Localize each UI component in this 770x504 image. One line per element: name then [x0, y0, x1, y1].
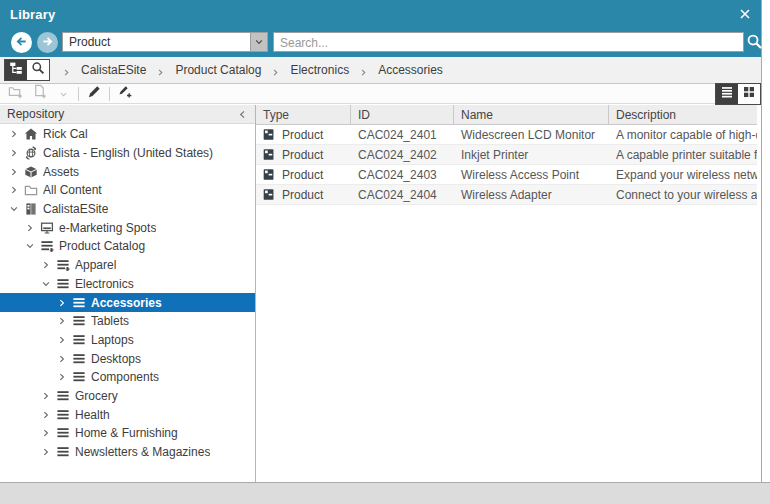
chevron-right-icon[interactable] [24, 222, 36, 234]
tree-item-health[interactable]: Health [0, 405, 255, 424]
table-row[interactable]: ProductCAC024_2401Widescreen LCD Monitor… [256, 125, 757, 145]
new-folder-button[interactable] [6, 85, 24, 103]
breadcrumb-chevron-icon [271, 66, 280, 75]
column-header-type[interactable]: Type [256, 105, 351, 124]
tree-item-product-catalog[interactable]: Product Catalog [0, 237, 255, 256]
content-type-value: Product [69, 35, 110, 49]
tree-item-calista-english-united-states[interactable]: Calista - English (United States) [0, 144, 255, 163]
tree-item-tablets[interactable]: Tablets [0, 312, 255, 331]
grid-view-icon [742, 85, 756, 103]
back-arrow-icon [15, 34, 28, 52]
tree-item-label: Desktops [91, 352, 141, 366]
search-icon[interactable] [746, 33, 763, 50]
chevron-down-icon[interactable] [24, 240, 36, 252]
category-icon [55, 407, 70, 422]
chevron-right-icon[interactable] [56, 315, 68, 327]
chevron-down-icon[interactable] [40, 278, 52, 290]
chevron-right-icon[interactable] [40, 427, 52, 439]
cell-name: Wireless Adapter [454, 188, 609, 202]
close-icon[interactable] [738, 7, 752, 21]
search-view-toggle[interactable] [27, 60, 49, 80]
cell-type: Product [256, 128, 351, 142]
column-header-name[interactable]: Name [454, 105, 609, 124]
chevron-right-icon[interactable] [56, 297, 68, 309]
tree-item-electronics[interactable]: Electronics [0, 275, 255, 294]
back-button[interactable] [11, 32, 32, 53]
table-row[interactable]: ProductCAC024_2404Wireless AdapterConnec… [256, 185, 757, 205]
cell-name: Wireless Access Point [454, 168, 609, 182]
category-icon [55, 445, 70, 460]
breadcrumb-item[interactable]: Product Catalog [175, 63, 261, 77]
product-icon [263, 188, 276, 202]
tree-item-components[interactable]: Components [0, 368, 255, 387]
column-header-id[interactable]: ID [351, 105, 454, 124]
edit-button[interactable] [85, 85, 103, 103]
library-icon [23, 202, 38, 217]
grid-view-button[interactable] [738, 84, 760, 104]
cell-id: CAC024_2402 [351, 148, 454, 162]
chevron-right-icon[interactable] [40, 390, 52, 402]
tree-item-e-marketing-spots[interactable]: e-Marketing Spots [0, 218, 255, 237]
edit-new-button[interactable] [116, 85, 134, 103]
tree-view-toggle[interactable] [5, 60, 27, 80]
chevron-right-icon[interactable] [40, 446, 52, 458]
tree-item-label: e-Marketing Spots [59, 221, 156, 235]
tree-item-label: Home & Furnishing [75, 426, 178, 440]
chevron-right-icon[interactable] [56, 371, 68, 383]
breadcrumb-item[interactable]: CalistaESite [81, 63, 146, 77]
type-label: Product [282, 128, 323, 142]
tree-item-label: Assets [43, 165, 79, 179]
tree-item-assets[interactable]: Assets [0, 162, 255, 181]
chevron-right-icon[interactable] [40, 409, 52, 421]
chevron-right-icon[interactable] [56, 334, 68, 346]
globe-icon [23, 146, 38, 161]
tree-item-label: Laptops [91, 333, 134, 347]
new-content-icon [32, 84, 47, 103]
footer-strip [0, 482, 770, 504]
cell-description: A capable printer suitable for e... [609, 148, 757, 162]
new-content-menu-button[interactable] [54, 85, 72, 103]
tree-item-rick-cal[interactable]: Rick Cal [0, 125, 255, 144]
list-view-button[interactable] [716, 84, 738, 104]
forward-button[interactable] [37, 32, 58, 53]
chevron-down-icon[interactable] [8, 203, 20, 215]
chevron-right-icon[interactable] [40, 259, 52, 271]
tree-item-label: Newsletters & Magazines [75, 445, 210, 459]
chevron-right-icon[interactable] [8, 166, 20, 178]
collapse-panel-icon[interactable] [237, 109, 248, 120]
tree-item-newsletters-magazines[interactable]: Newsletters & Magazines [0, 443, 255, 462]
category-icon [71, 351, 86, 366]
cell-name: Inkjet Printer [454, 148, 609, 162]
forward-arrow-icon [41, 34, 54, 52]
tree-item-apparel[interactable]: Apparel [0, 256, 255, 275]
chevron-right-icon[interactable] [8, 184, 20, 196]
chevron-right-icon[interactable] [8, 128, 20, 140]
breadcrumb-item[interactable]: Accessories [378, 63, 443, 77]
tree-item-accessories[interactable]: Accessories [0, 293, 255, 312]
tree-item-home-furnishing[interactable]: Home & Furnishing [0, 424, 255, 443]
new-content-button[interactable] [30, 85, 48, 103]
tree-item-laptops[interactable]: Laptops [0, 331, 255, 350]
tree-item-label: Health [75, 408, 110, 422]
tree-item-all-content[interactable]: All Content [0, 181, 255, 200]
chevron-right-icon[interactable] [8, 147, 20, 159]
new-folder-icon [8, 84, 23, 103]
chevron-down-icon[interactable] [250, 32, 268, 52]
search-input[interactable] [274, 34, 743, 52]
tree-item-desktops[interactable]: Desktops [0, 349, 255, 368]
table-row[interactable]: ProductCAC024_2402Inkjet PrinterA capabl… [256, 145, 757, 165]
view-toggle [715, 83, 761, 105]
cell-type: Product [256, 188, 351, 202]
table-row[interactable]: ProductCAC024_2403Wireless Access PointE… [256, 165, 757, 185]
tree-item-calistaesite[interactable]: CalistaESite [0, 200, 255, 219]
chevron-right-icon[interactable] [56, 353, 68, 365]
column-header-description[interactable]: Description [609, 105, 757, 124]
cell-name: Widescreen LCD Monitor [454, 128, 609, 142]
breadcrumb-item[interactable]: Electronics [290, 63, 349, 77]
breadcrumb-chevron-icon [359, 66, 368, 75]
tree-item-label: Grocery [75, 389, 118, 403]
navbar: Product [0, 28, 761, 57]
catalog-icon [55, 258, 70, 273]
tree-item-grocery[interactable]: Grocery [0, 387, 255, 406]
content-type-select[interactable]: Product [62, 32, 268, 52]
